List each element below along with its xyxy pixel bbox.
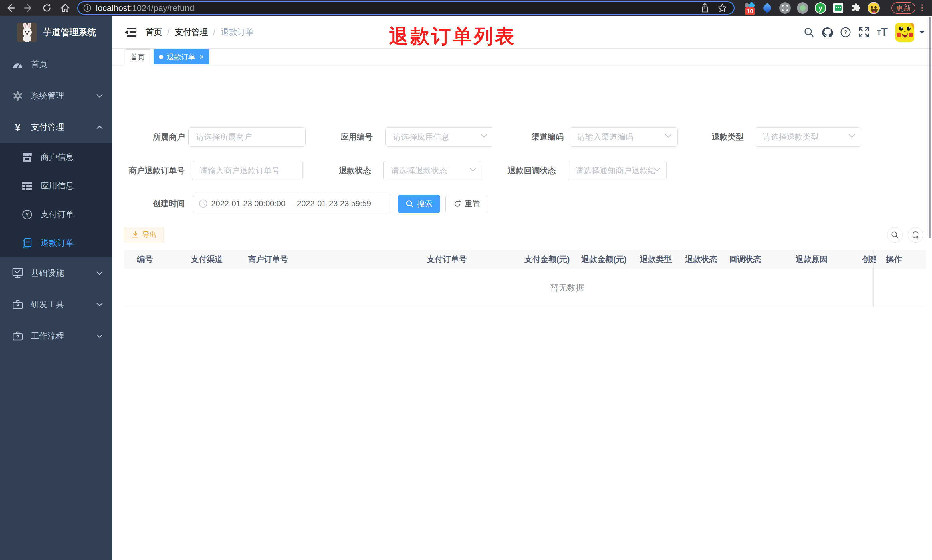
breadcrumb-separator: / (168, 28, 170, 37)
share-icon[interactable] (700, 3, 710, 13)
clock-icon (198, 199, 208, 208)
refresh-icon (454, 200, 461, 208)
extension-kite-icon[interactable] (761, 2, 774, 14)
sidebar-collapse-button[interactable] (121, 23, 139, 42)
extension-chat-icon[interactable] (832, 2, 844, 14)
sidebar-item-refund-order[interactable]: 退款订单 (0, 229, 112, 257)
sidebar-logo[interactable]: 芋道管理系统 (0, 16, 112, 49)
extensions-puzzle-icon[interactable] (850, 2, 862, 14)
site-info-icon[interactable] (83, 3, 92, 12)
fullscreen-icon[interactable] (855, 23, 873, 42)
page-scrollbar[interactable] (929, 17, 931, 238)
extension-command-icon[interactable] (779, 2, 791, 14)
github-icon[interactable] (818, 23, 837, 42)
refund-type-select[interactable] (755, 127, 861, 147)
chevron-down-icon (96, 271, 103, 275)
browser-menu-button[interactable] (918, 4, 926, 11)
empty-text: 暂无数据 (550, 282, 584, 294)
chevron-down-icon (96, 334, 103, 338)
notify-status-select-input[interactable] (568, 161, 666, 180)
filter-label-notify-status: 退款回调状态 (484, 161, 556, 180)
sidebar-item-payment[interactable]: ¥ 支付管理 (0, 112, 112, 143)
user-avatar[interactable] (895, 23, 914, 42)
app-select[interactable] (385, 127, 494, 147)
chevron-up-icon (96, 125, 103, 129)
refund-type-select-input[interactable] (755, 127, 861, 147)
sidebar-item-label: 基础设施 (31, 268, 64, 279)
merchant-input[interactable] (188, 127, 306, 147)
browser-chrome: localhost:1024/pay/refund 10 y (0, 0, 932, 16)
refresh-table-button[interactable] (908, 227, 923, 243)
avatar-caret-icon[interactable] (919, 31, 925, 37)
tab-home[interactable]: 首页 (125, 49, 150, 65)
sidebar-item-merchant-info[interactable]: 商户信息 (0, 143, 112, 172)
filter-label-app: 应用编号 (315, 127, 373, 147)
font-size-icon[interactable]: TT (873, 23, 891, 42)
tags-view-bar: 首页 退款订单 × (112, 49, 932, 66)
merchant-refund-no-input[interactable] (192, 161, 303, 180)
browser-back-button[interactable] (2, 0, 18, 16)
export-button[interactable]: 导出 (124, 227, 165, 242)
svg-text:?: ? (844, 29, 847, 35)
breadcrumb-current: 退款订单 (221, 26, 254, 38)
bookmark-star-icon[interactable] (717, 3, 727, 13)
breadcrumb-section[interactable]: 支付管理 (175, 26, 208, 38)
refund-table: 编号 支付渠道 商户订单号 支付订单号 支付金额(元) 退款金额(元) 退款类型… (124, 250, 926, 306)
extension-devtools-icon[interactable]: 10 (743, 2, 756, 14)
sidebar-item-workflow[interactable]: 工作流程 (0, 320, 112, 352)
back-icon (8, 5, 14, 11)
logo-bunny-image (17, 23, 37, 42)
sidebar-item-system[interactable]: 系统管理 (0, 80, 112, 112)
filter-label-merchant: 所属商户 (125, 127, 185, 147)
chevron-down-icon (96, 303, 103, 306)
sidebar-item-home[interactable]: 首页 (0, 49, 112, 80)
sidebar-item-pay-order[interactable]: ¥ 支付订单 (0, 200, 112, 229)
app-select-input[interactable] (385, 127, 494, 147)
extension-y-icon[interactable]: y (814, 2, 827, 14)
sidebar: 芋道管理系统 首页 系统管理 ¥ 支付管理 商户信息 (0, 16, 112, 560)
sidebar-item-app-info[interactable]: 应用信息 (0, 172, 112, 200)
tab-label: 退款订单 (167, 52, 195, 62)
sidebar-item-label: 退款订单 (41, 237, 74, 249)
date-end-value[interactable]: 2022-01-23 23:59:59 (297, 199, 374, 208)
browser-home-button[interactable] (57, 0, 73, 16)
col-pay-channel: 支付渠道 (191, 250, 223, 269)
browser-reload-button[interactable] (39, 0, 55, 16)
table-header: 编号 支付渠道 商户订单号 支付订单号 支付金额(元) 退款金额(元) 退款类型… (124, 250, 926, 269)
reset-button[interactable]: 重置 (445, 195, 488, 213)
sidebar-item-label: 工作流程 (31, 330, 64, 342)
yen-icon: ¥ (12, 122, 23, 132)
browser-profile-avatar[interactable] (867, 2, 880, 14)
browser-forward-button[interactable] (21, 0, 37, 16)
sidebar-item-infra[interactable]: 基础设施 (0, 257, 112, 289)
create-time-range-picker[interactable]: 2022-01-23 00:00:00 - 2022-01-23 23:59:5… (193, 194, 391, 213)
show-search-toggle-button[interactable] (887, 227, 903, 243)
tab-refund-order[interactable]: 退款订单 × (154, 49, 209, 65)
breadcrumb-home[interactable]: 首页 (146, 26, 162, 38)
refund-status-select[interactable] (383, 161, 482, 180)
sidebar-item-label: 支付订单 (41, 209, 74, 220)
header-search-icon[interactable] (800, 23, 818, 42)
extension-recorder-icon[interactable] (797, 2, 809, 14)
sidebar-item-label: 系统管理 (31, 90, 64, 102)
sidebar-item-devtools[interactable]: 研发工具 (0, 289, 112, 320)
app-root: 芋道管理系统 首页 系统管理 ¥ 支付管理 商户信息 (0, 16, 932, 560)
tab-close-icon[interactable]: × (199, 53, 204, 61)
extension-badge: 10 (745, 8, 755, 15)
help-icon[interactable]: ? (837, 23, 855, 42)
browser-update-button[interactable]: 更新 (891, 2, 915, 14)
col-actions: 操作 (886, 250, 902, 269)
col-refund-status: 退款状态 (685, 250, 717, 269)
filter-label-refund-status: 退款状态 (314, 161, 371, 180)
refund-status-select-input[interactable] (383, 161, 482, 180)
channel-select-input[interactable] (569, 127, 678, 147)
search-button[interactable]: 搜索 (398, 195, 440, 213)
url-bar[interactable]: localhost:1024/pay/refund (77, 2, 735, 15)
date-start-value[interactable]: 2022-01-23 00:00:00 (211, 199, 291, 208)
notify-status-select[interactable] (568, 161, 666, 180)
col-refund-reason: 退款原因 (795, 250, 827, 269)
home-icon (62, 4, 69, 12)
tab-label: 首页 (131, 52, 145, 62)
toolbox-icon (12, 300, 23, 309)
channel-select[interactable] (569, 127, 678, 147)
